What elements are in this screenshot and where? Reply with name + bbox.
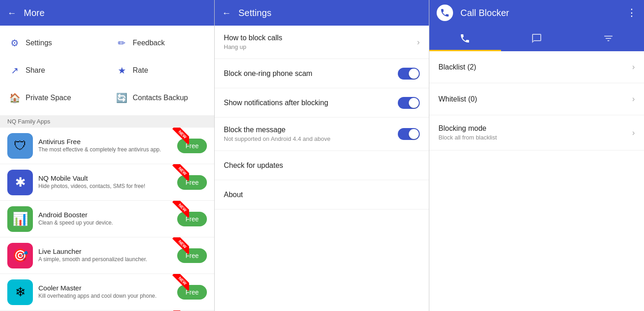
settings-header: ← Settings: [215, 0, 429, 26]
block-message-title: Block the message: [224, 126, 398, 134]
menu-item-private-space[interactable]: 🏠 Private Space: [0, 84, 107, 112]
antivirus-desc: The most effective & completely free ant…: [38, 146, 172, 154]
whitelist-title: Whitelist (0): [438, 95, 632, 103]
app-item-booster[interactable]: 📊 Android Booster Clean & speed up your …: [0, 201, 214, 237]
settings-how-to-block[interactable]: How to block calls Hang up ›: [215, 26, 429, 59]
tab-calls[interactable]: [429, 26, 501, 51]
about-title: About: [224, 191, 420, 199]
cooler-info: Cooler Master Kill overheating apps and …: [38, 284, 172, 300]
blocker-item-blocking-mode[interactable]: Blocking mode Block all from blacklist ›: [429, 115, 644, 150]
app-item-cooler[interactable]: ❄ Cooler Master Kill overheating apps an…: [0, 274, 214, 311]
how-to-block-chevron: ›: [417, 38, 420, 47]
call-blocker-tabs: [429, 26, 644, 51]
antivirus-name: Antivirus Free: [38, 138, 172, 145]
panel-more: ← More ⚙ Settings ✏ Feedback ↗ Share ★ R…: [0, 0, 215, 311]
app-item-nqvault[interactable]: ✱ NQ Mobile Vault Hide photos, videos, c…: [0, 164, 214, 201]
booster-icon: 📊: [7, 206, 33, 232]
menu-item-settings[interactable]: ⚙ Settings: [0, 29, 107, 57]
contacts-backup-label: Contacts Backup: [133, 94, 188, 102]
launcher-icon: 🎯: [7, 243, 33, 268]
more-menu-grid: ⚙ Settings ✏ Feedback ↗ Share ★ Rate 🏠 P…: [0, 26, 214, 115]
settings-title: Settings: [238, 8, 422, 18]
nqvault-info: NQ Mobile Vault Hide photos, videos, con…: [38, 174, 172, 190]
private-space-label: Private Space: [26, 94, 71, 102]
blocker-item-blacklist[interactable]: Blacklist (2) ›: [429, 51, 644, 83]
app-item-antivirus[interactable]: 🛡 Antivirus Free The most effective & co…: [0, 128, 214, 164]
call-blocker-more-button[interactable]: ⋮: [627, 7, 637, 19]
blocking-mode-chevron: ›: [632, 128, 635, 138]
settings-label: Settings: [26, 39, 52, 47]
menu-item-share[interactable]: ↗ Share: [0, 57, 107, 84]
antivirus-info: Antivirus Free The most effective & comp…: [38, 138, 172, 154]
blacklist-title: Blacklist (2): [438, 63, 632, 71]
blocking-mode-title: Blocking mode: [438, 124, 632, 133]
nqvault-new-badge: [171, 164, 189, 182]
more-back-button[interactable]: ←: [7, 8, 16, 18]
rate-label: Rate: [133, 66, 148, 75]
cooler-new-badge: [171, 274, 189, 292]
call-blocker-logo-icon: [440, 8, 450, 18]
share-icon: ↗: [9, 65, 20, 76]
nqvault-name: NQ Mobile Vault: [38, 174, 172, 182]
booster-desc: Clean & speed up your device.: [38, 220, 172, 227]
antivirus-new-badge: [171, 128, 189, 146]
cooler-desc: Kill overheating apps and cool down your…: [38, 293, 172, 300]
settings-about[interactable]: About: [215, 180, 429, 209]
calls-tab-icon: [459, 33, 470, 44]
nq-family-section-label: NQ Family Apps: [0, 115, 214, 128]
block-one-ring-toggle[interactable]: [398, 68, 420, 80]
blocker-list: Blacklist (2) › Whitelist (0) › Blocking…: [429, 51, 644, 311]
settings-list: How to block calls Hang up › Block one-r…: [215, 26, 429, 311]
launcher-desc: A simple, smooth and personalized launch…: [38, 256, 172, 263]
filter-tab-icon: [603, 33, 614, 44]
menu-item-rate[interactable]: ★ Rate: [107, 57, 215, 84]
launcher-info: Live Launcher A simple, smooth and perso…: [38, 247, 172, 263]
launcher-new-badge: [171, 237, 189, 256]
panel-settings: ← Settings How to block calls Hang up › …: [215, 0, 429, 311]
whitelist-chevron: ›: [632, 94, 635, 104]
check-updates-title: Check for updates: [224, 161, 420, 170]
settings-show-notifications[interactable]: Show notifications after blocking: [215, 88, 429, 118]
nqvault-icon: ✱: [7, 170, 33, 195]
more-title: More: [24, 8, 207, 18]
tab-filter[interactable]: [572, 26, 644, 51]
app-item-launcher[interactable]: 🎯 Live Launcher A simple, smooth and per…: [0, 237, 214, 274]
call-blocker-header: Call Blocker ⋮: [429, 0, 644, 26]
rate-icon: ★: [116, 65, 127, 76]
more-header: ← More: [0, 0, 214, 26]
blacklist-chevron: ›: [632, 62, 635, 72]
tab-messages[interactable]: [501, 26, 573, 51]
cooler-icon: ❄: [7, 279, 33, 305]
block-message-toggle[interactable]: [398, 128, 420, 140]
private-space-icon: 🏠: [9, 92, 20, 103]
menu-item-contacts-backup[interactable]: 🔄 Contacts Backup: [107, 84, 215, 112]
panel-call-blocker: Call Blocker ⋮ Blacklist (2) ›: [429, 0, 644, 311]
how-to-block-sub: Hang up: [224, 43, 417, 50]
settings-block-one-ring[interactable]: Block one-ring phone scam: [215, 59, 429, 88]
settings-back-button[interactable]: ←: [222, 8, 231, 18]
booster-new-badge: [171, 201, 189, 219]
booster-name: Android Booster: [38, 211, 172, 219]
show-notifications-toggle[interactable]: [398, 97, 420, 109]
feedback-label: Feedback: [133, 39, 165, 47]
settings-icon: ⚙: [9, 38, 20, 48]
call-blocker-logo: [437, 5, 453, 21]
block-one-ring-title: Block one-ring phone scam: [224, 70, 398, 78]
block-message-sub: Not supported on Android 4.4 and above: [224, 135, 398, 142]
blocker-item-whitelist[interactable]: Whitelist (0) ›: [429, 83, 644, 115]
settings-check-updates[interactable]: Check for updates: [215, 151, 429, 180]
menu-item-feedback[interactable]: ✏ Feedback: [107, 29, 215, 57]
blocking-mode-sub: Block all from blacklist: [438, 134, 632, 141]
launcher-name: Live Launcher: [38, 247, 172, 255]
share-label: Share: [26, 66, 45, 75]
settings-block-message[interactable]: Block the message Not supported on Andro…: [215, 118, 429, 151]
nqvault-desc: Hide photos, videos, contacts, SMS for f…: [38, 183, 172, 190]
feedback-icon: ✏: [116, 38, 127, 48]
call-blocker-title: Call Blocker: [460, 8, 619, 18]
cooler-name: Cooler Master: [38, 284, 172, 292]
contacts-backup-icon: 🔄: [116, 92, 127, 103]
how-to-block-title: How to block calls: [224, 34, 417, 42]
booster-info: Android Booster Clean & speed up your de…: [38, 211, 172, 227]
apps-list: 🛡 Antivirus Free The most effective & co…: [0, 128, 214, 311]
antivirus-icon: 🛡: [7, 133, 33, 159]
